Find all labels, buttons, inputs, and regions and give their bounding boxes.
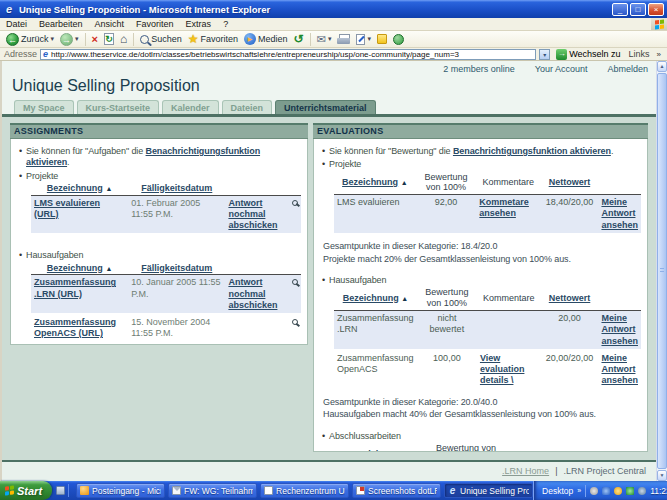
net-value: 20,00 (541, 311, 599, 350)
page-favicon-icon: e (43, 49, 48, 59)
toolbar-overflow-icon[interactable]: » (655, 50, 663, 59)
tray-icon-5[interactable] (638, 487, 646, 495)
scroll-up-icon[interactable]: ▲ (657, 61, 667, 72)
section-title-hausaufgaben: Hausaufgaben (17, 250, 301, 261)
stop-button[interactable]: × (90, 32, 100, 47)
address-input[interactable]: e http://www.theservice.de/dotlrn/classe… (40, 49, 536, 60)
taskbar-clock: 11:22 (650, 486, 667, 496)
notification-link[interactable]: Benachrichtigungsfunktion aktivieren (453, 146, 611, 156)
comments-link[interactable]: View evaluation details \ (480, 353, 525, 386)
vertical-scrollbar[interactable]: ▲ ▼ (656, 61, 667, 481)
home-button[interactable]: ⌂ (118, 32, 129, 47)
view-answer-link[interactable]: Meine Antwort ansehen (601, 353, 638, 386)
comments-link[interactable]: Kommetare ansehen (479, 197, 529, 218)
tab-kurs-startseite[interactable]: Kurs-Startseite (77, 100, 160, 114)
evaluation-name: Zusammenfassung OpenACS (334, 350, 417, 390)
ie-logo-icon: e (3, 4, 15, 15)
assignment-link[interactable]: Zusammenfassung .LRN (URL) (34, 277, 116, 298)
assignment-link[interactable]: LMS evaluieren (URL) (34, 198, 100, 219)
maximize-button[interactable]: □ (630, 3, 646, 16)
discuss-button[interactable] (375, 32, 389, 47)
magnifier-icon[interactable] (292, 279, 298, 285)
sort-header-bezeichnung[interactable]: Bezeichnung (347, 449, 403, 452)
resubmit-link[interactable]: Antwort nochmal abschicken (228, 198, 277, 231)
sort-header-bezeichnung[interactable]: Bezeichnung (47, 183, 103, 193)
sort-header-nettowert[interactable]: Nettowert (590, 449, 632, 452)
tab-dateien[interactable]: Dateien (222, 100, 273, 114)
search-button[interactable]: Suchen (138, 32, 184, 47)
forward-dropdown-icon[interactable]: ▾ (75, 35, 79, 43)
sort-header-bezeichnung[interactable]: Bezeichnung (342, 177, 398, 187)
messenger-button[interactable] (391, 32, 406, 47)
scrollbar-thumb[interactable] (657, 73, 667, 469)
close-button[interactable]: × (648, 3, 664, 16)
window-title: Unique Selling Proposition - Microsoft I… (19, 4, 608, 15)
tray-icon-3[interactable] (614, 487, 622, 495)
main-area: ASSIGNMENTS Sie können für "Aufgaben" di… (2, 117, 656, 460)
table-row: LMS evaluieren 92,00 Kommetare ansehen 1… (334, 195, 641, 234)
edit-button[interactable]: ▾ (354, 32, 373, 47)
mail-dropdown-icon[interactable]: ▾ (328, 35, 332, 43)
links-toolbar-label[interactable]: Links (627, 49, 652, 59)
tray-icon-2[interactable] (602, 487, 610, 495)
browser-toolbar: ← Zurück ▾ → ▾ × ↻ ⌂ Suchen ★ Favoriten … (0, 31, 667, 48)
sort-header-bezeichnung[interactable]: Bezeichnung (343, 293, 399, 303)
sort-header-nettowert[interactable]: Nettowert (549, 293, 591, 303)
lrn-home-link[interactable]: .LRN Home (502, 466, 549, 476)
your-account-link[interactable]: Your Account (535, 64, 588, 74)
desktop-toolbar-label[interactable]: Desktop (542, 486, 573, 496)
screenshot-file-icon (356, 486, 365, 495)
menu-item-bearbeiten[interactable]: Bearbeiten (33, 19, 89, 29)
sort-header-nettowert[interactable]: Nettowert (549, 177, 591, 187)
sort-header-faelligkeitsdatum[interactable]: Fälligkeitsdatum (141, 183, 212, 193)
scroll-down-icon[interactable]: ▼ (657, 470, 667, 481)
go-button[interactable]: → Wechseln zu (553, 49, 623, 60)
tab-unterrichtsmaterial[interactable]: Unterrichtsmaterial (275, 100, 376, 114)
back-dropdown-icon[interactable]: ▾ (51, 35, 55, 43)
resubmit-link[interactable]: Antwort nochmal abschicken (228, 277, 277, 310)
tab-my-space[interactable]: My Space (14, 100, 74, 114)
desktop-chevron-icon[interactable]: » (577, 487, 581, 494)
task-button-unique-selling[interactable]: e Unique Selling Proposi... (444, 483, 533, 498)
minimize-button[interactable]: _ (612, 3, 628, 16)
table-row: Zusammenfassung .LRN (URL) 10. Januar 20… (31, 275, 301, 314)
sort-header-faelligkeitsdatum[interactable]: Fälligkeitsdatum (141, 263, 212, 273)
page: 2 members online Your Account Abmelden U… (2, 61, 656, 481)
magnifier-icon[interactable] (292, 200, 298, 206)
menu-item-hilfe[interactable]: ? (217, 19, 234, 29)
document-icon (264, 486, 273, 495)
members-online: 2 members online (443, 64, 515, 74)
view-answer-link[interactable]: Meine Antwort ansehen (601, 313, 638, 346)
quick-launch-icon[interactable] (56, 486, 65, 495)
print-button[interactable] (335, 32, 352, 47)
forward-button[interactable]: → ▾ (58, 32, 81, 47)
task-button-screenshots[interactable]: Screenshots dotLR... (352, 483, 441, 498)
tab-bar: My Space Kurs-Startseite Kalender Dateie… (14, 100, 648, 114)
back-button[interactable]: ← Zurück ▾ (4, 32, 56, 47)
start-button[interactable]: Start (0, 481, 52, 500)
menu-item-datei[interactable]: Datei (0, 19, 33, 29)
sort-header-bezeichnung[interactable]: Bezeichnung (47, 263, 103, 273)
refresh-button[interactable]: ↻ (102, 32, 116, 47)
view-answer-link[interactable]: Meine Antwort ansehen (601, 197, 638, 230)
lrn-project-central-link[interactable]: .LRN Project Central (563, 466, 646, 476)
edit-dropdown-icon[interactable]: ▾ (367, 35, 371, 43)
favorites-button[interactable]: ★ Favoriten (186, 32, 240, 47)
address-dropdown-icon[interactable]: ▾ (539, 49, 550, 60)
task-button-posteingang[interactable]: Posteingang - Micros... (76, 483, 165, 498)
media-button[interactable]: ▶ Medien (242, 32, 290, 47)
history-button[interactable]: ↺ (292, 32, 306, 47)
logout-link[interactable]: Abmelden (607, 64, 648, 74)
assignment-link[interactable]: Zusammenfassung OpenACS (URL) (34, 317, 116, 338)
tab-kalender[interactable]: Kalender (162, 100, 219, 114)
menu-item-ansicht[interactable]: Ansicht (89, 19, 131, 29)
menu-item-extras[interactable]: Extras (180, 19, 218, 29)
tray-icon-1[interactable] (590, 487, 598, 495)
task-button-mail-message[interactable]: FW: WG: Teilnahme v... (168, 483, 257, 498)
magnifier-icon[interactable] (292, 319, 298, 325)
task-button-rechenzentrum[interactable]: Rechenzentrum Uni K... (260, 483, 349, 498)
mail-button[interactable]: ✉ ▾ (315, 32, 334, 47)
menu-item-favoriten[interactable]: Favoriten (130, 19, 180, 29)
search-icon (140, 35, 149, 44)
tray-icon-4[interactable] (626, 487, 634, 495)
